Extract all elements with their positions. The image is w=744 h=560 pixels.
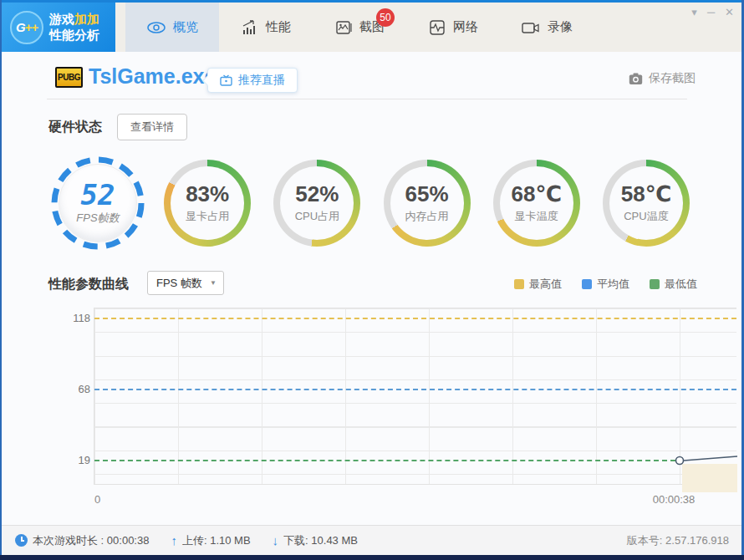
x-tick-start: 0 xyxy=(94,493,100,506)
header-bar: G++ 游戏加加 性能分析 概览 性能 xyxy=(0,0,744,52)
gpu-usage-gauge: 83% 显卡占用 xyxy=(158,150,257,257)
screenshot-count-badge: 50 xyxy=(376,8,395,27)
y-tick-118: 118 xyxy=(52,312,90,324)
legend-min: 最低值 xyxy=(650,277,697,292)
hardware-status-title: 硬件状态 xyxy=(48,119,102,136)
gpu-temp-gauge: 68℃ 显卡温度 xyxy=(487,150,586,257)
fps-line-chart[interactable] xyxy=(94,308,736,485)
memory-usage-gauge: 65% 内存占用 xyxy=(378,150,476,257)
gamepp-window: G++ 游戏加加 性能分析 概览 性能 xyxy=(0,0,744,560)
app-logo: G++ 游戏加加 性能分析 xyxy=(2,3,115,52)
bar-chart-icon xyxy=(241,18,259,37)
pubg-game-icon: PUBG xyxy=(55,67,83,88)
eye-icon xyxy=(146,19,166,36)
tv-icon xyxy=(220,74,232,86)
metric-dropdown[interactable]: FPS 帧数 ▼ xyxy=(147,271,224,295)
metric-dropdown-value: FPS 帧数 xyxy=(156,276,202,291)
network-pulse-icon xyxy=(428,18,446,37)
gauge-row: 52 FPS帧数 83% 显卡占用 52% CPU占用 xyxy=(48,150,696,257)
upload-stat: ↑ 上传: 1.10 MB xyxy=(171,533,250,548)
download-arrow-icon: ↓ xyxy=(273,533,279,547)
window-border-top xyxy=(0,0,744,3)
cpu-usage-value: 52% xyxy=(295,182,339,206)
y-tick-19: 19 xyxy=(52,454,90,466)
gpu-usage-value: 83% xyxy=(186,182,229,206)
window-border-bottom xyxy=(0,555,744,560)
memory-usage-value: 65% xyxy=(405,182,449,206)
tab-record[interactable]: 录像 xyxy=(500,3,594,52)
video-camera-icon xyxy=(521,18,541,37)
tab-overview[interactable]: 概览 xyxy=(125,3,219,52)
game-process-name: TslGame.exe xyxy=(89,64,216,89)
window-border-left xyxy=(0,0,2,560)
cpu-temp-label: CPU温度 xyxy=(624,209,668,224)
legend-avg: 平均值 xyxy=(582,277,629,292)
tab-performance[interactable]: 性能 xyxy=(219,3,313,52)
logo-g-plus-plus-icon: G++ xyxy=(10,11,43,44)
y-tick-68: 68 xyxy=(52,383,90,395)
gpu-usage-label: 显卡占用 xyxy=(186,209,229,224)
save-screenshot-button[interactable]: 保存截图 xyxy=(629,71,696,86)
window-menu-button[interactable]: ▾ xyxy=(691,7,697,18)
tab-strip: 概览 性能 截图 50 xyxy=(125,3,594,52)
minimize-button[interactable]: ─ xyxy=(707,7,715,18)
curves-title: 性能参数曲线 xyxy=(48,276,129,293)
cpu-usage-label: CPU占用 xyxy=(295,209,339,224)
status-bar: 本次游戏时长 : 00:00:38 ↑ 上传: 1.10 MB ↓ 下载: 10… xyxy=(2,525,742,555)
fps-value: 52 xyxy=(81,181,115,209)
gpu-temp-value: 68℃ xyxy=(512,182,562,206)
legend-min-swatch xyxy=(650,279,660,289)
gpu-temp-label: 显卡温度 xyxy=(515,209,558,224)
tab-screenshot[interactable]: 截图 50 xyxy=(313,3,406,52)
camera-icon xyxy=(629,73,643,85)
fps-label: FPS帧数 xyxy=(76,211,119,226)
clock-icon xyxy=(15,534,28,547)
app-title: 游戏加加 性能分析 xyxy=(49,12,99,43)
fps-series-line xyxy=(94,308,737,486)
version-number: 版本号: 2.57.176.918 xyxy=(627,533,729,548)
memory-usage-label: 内存占用 xyxy=(405,209,449,224)
title-divider xyxy=(47,99,687,99)
legend-avg-swatch xyxy=(582,279,592,289)
x-tick-end: 00:00:38 xyxy=(644,493,704,506)
legend-max: 最高值 xyxy=(514,277,562,292)
chart-legend: 最高值 平均值 最低值 xyxy=(514,277,697,292)
upload-arrow-icon: ↑ xyxy=(171,533,177,547)
view-details-button[interactable]: 查看详情 xyxy=(117,114,187,140)
close-button[interactable]: ✕ xyxy=(725,7,734,18)
window-controls: ▾ ─ ✕ xyxy=(691,7,734,18)
chevron-down-icon: ▼ xyxy=(210,279,217,287)
session-duration: 本次游戏时长 : 00:00:38 xyxy=(15,533,149,548)
recommend-live-button[interactable]: 推荐直播 xyxy=(207,68,298,93)
fps-gauge: 52 FPS帧数 xyxy=(48,150,147,257)
cpu-usage-gauge: 52% CPU占用 xyxy=(268,150,366,257)
legend-max-swatch xyxy=(514,279,524,289)
tab-network[interactable]: 网络 xyxy=(406,3,500,52)
cpu-temp-gauge: 58℃ CPU温度 xyxy=(597,150,696,257)
cpu-temp-value: 58℃ xyxy=(621,182,671,206)
screenshot-icon xyxy=(334,18,353,37)
download-stat: ↓ 下载: 10.43 MB xyxy=(273,533,358,548)
